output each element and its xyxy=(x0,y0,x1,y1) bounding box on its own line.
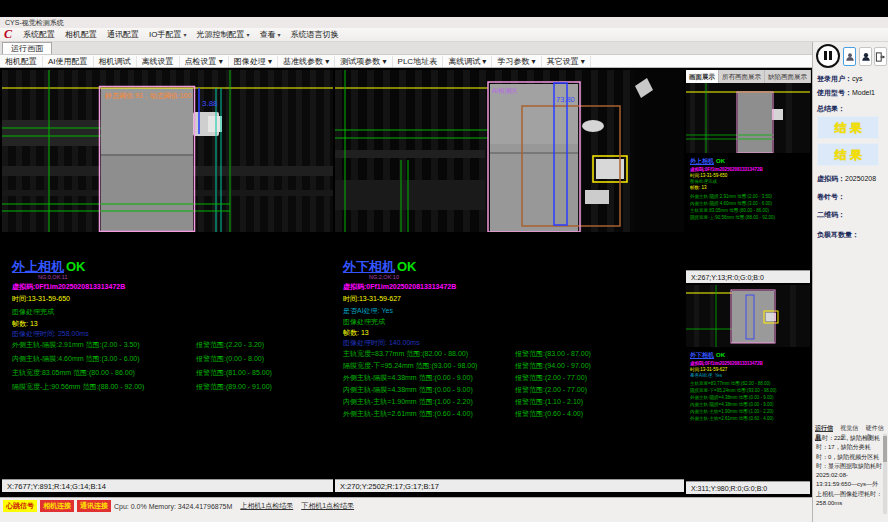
mini-measurement: 内侧主轨-主轨=1.90mm 范围:(1.00 - 2.20) xyxy=(690,409,773,414)
tool-camera-debug[interactable]: 相机调试 xyxy=(94,56,137,67)
measurement-row: 外侧主轨-主轨=2.61mm 范围:(0.60 - 4.00) 报警范围:(0.… xyxy=(343,409,663,419)
menu-item-view[interactable]: 查看▾ xyxy=(255,29,286,40)
tab-all-screens[interactable]: 所有画面展示 xyxy=(719,70,765,83)
camera-name: 外上相机 xyxy=(12,259,64,274)
admin-user-button[interactable] xyxy=(859,47,872,66)
negative-tab-count-label: 负极耳数量： xyxy=(817,230,859,240)
heartbeat-badge: 心跳信号 xyxy=(3,500,37,512)
mini-barcode: 虚拟码:0Ff1im2025020813313472B xyxy=(690,361,763,366)
camera-image-upper-outer[interactable]: 静态阈值:93，动态阈值:100 3.88 xyxy=(2,70,333,232)
display-mode-tabs: 画面展示 所有画面展示 缺陷画面展示 xyxy=(686,70,810,83)
model-row: 使用型号：Model1 xyxy=(817,88,875,98)
barcode-text: 虚拟码:0Ff1im2025020813313472B xyxy=(343,282,456,292)
measurement-row: 隔膜宽度-上:90.56mm 范围:(88.00 - 92.00) 报警范围:(… xyxy=(12,382,332,392)
barcode-text: 虚拟码:0Ff1im2025020813313472B xyxy=(12,282,125,292)
toolbar: 相机配置 AI使用配置 相机调试 离线设置 点检设置 ▾ 图像处理 ▾ 基准线参… xyxy=(0,54,812,68)
tool-test-item-params[interactable]: 测试项参数 ▾ xyxy=(335,56,392,67)
mini-measurement: 隔膜宽度-下=95.24mm 范围:(93.00 - 98.00) xyxy=(690,388,776,393)
tool-offline-debug[interactable]: 离线调试 ▾ xyxy=(443,56,492,67)
result-ok-badge: OK xyxy=(397,259,417,274)
statusbar: 心跳信号 相机连接 通讯连接 Cpu: 0.0% Memory: 3424.41… xyxy=(0,497,812,522)
mini-camera-image[interactable] xyxy=(686,285,810,347)
tool-baseline-params[interactable]: 基准线参数 ▾ xyxy=(278,56,335,67)
virtual-code-row: 虚拟码：20250208 xyxy=(817,174,876,184)
tool-camera-config[interactable]: 相机配置 xyxy=(0,56,43,67)
mini-frame: 帧数: 13 xyxy=(690,185,707,190)
mini-time: 时间:13-31-59-650 xyxy=(690,173,727,178)
mini-done: 图像处理完成 xyxy=(690,179,717,184)
menu-item-light-config[interactable]: 光源控制配置▾ xyxy=(191,29,254,40)
tool-other-settings[interactable]: 其它设置 ▾ xyxy=(542,56,591,67)
mini-measurement: 隔膜宽度-上:90.56mm 范围:(88.00 - 92.00) xyxy=(690,215,775,220)
menu-item-io-config[interactable]: IO手配置▾ xyxy=(144,29,191,40)
info-scrollbar[interactable] xyxy=(883,434,887,514)
coordinate-bar: X:7677;Y:891;R:14;G:14;B:14 xyxy=(2,479,333,492)
menu-item-language-switch[interactable]: 系统语言切换 xyxy=(286,29,344,40)
result-box-upper: 结 果 xyxy=(817,116,879,139)
measurement-row: 外侧主轨-隔膜:2.91mm 范围:(2.00 - 3.50) 报警范围:(2.… xyxy=(12,340,332,350)
ng-ok-counter: NG:0,OK:11 xyxy=(38,274,68,280)
tab-screen-display[interactable]: 画面展示 xyxy=(686,70,719,83)
mini-measurement: 外侧主轨-隔膜:2.91mm 范围:(2.00 - 3.50) xyxy=(690,194,772,199)
exit-button[interactable] xyxy=(874,47,887,66)
time-text: 时间:13-31-59-650 xyxy=(12,294,70,304)
window-title: CYS-视觉检测系统 xyxy=(5,19,64,26)
coordinate-bar: X:270;Y:2502;R:17;G:17;B:17 xyxy=(335,479,684,492)
app-logo-icon: C xyxy=(4,27,12,42)
window-titlebar: CYS-视觉检测系统 xyxy=(0,17,888,28)
mini-barcode: 虚拟码:0Ff1im2025020813313472B xyxy=(690,167,763,172)
dropdown-arrow-icon: ▾ xyxy=(183,32,186,38)
user-login-button[interactable] xyxy=(843,47,856,66)
tool-ai-use-config[interactable]: AI使用配置 xyxy=(43,56,94,67)
menu-item-camera-config[interactable]: 相机配置 xyxy=(60,29,102,40)
tabstrip: 运行画面 xyxy=(0,42,812,54)
tab-defect-screens[interactable]: 缺陷画面展示 xyxy=(765,70,811,83)
comm-connection-badge: 通讯连接 xyxy=(77,500,111,512)
measurement-row: 隔膜宽度-下=95.24mm 范围:(93.00 - 98.00) 报警范围:(… xyxy=(343,361,663,371)
mini-camera-result-title: 外上相机OK xyxy=(690,157,725,166)
mini-measurement: 主轨宽度=83.77mm 范围:(82.00 - 88.00) xyxy=(690,381,770,386)
tool-learning-params[interactable]: 学习参数 ▾ xyxy=(492,56,541,67)
blue-measure-overlay: 73.80 xyxy=(556,95,575,104)
lower-camera-check-link[interactable]: 下相机1点检结果 xyxy=(301,501,354,511)
camera-image-lower-outer[interactable]: AI检测区 73.80 xyxy=(335,70,684,232)
mini-camera-image[interactable] xyxy=(686,83,810,153)
virtual-code-value: 20250208 xyxy=(845,175,876,182)
time-text: 时间:13-31-59-627 xyxy=(343,294,401,304)
menubar: C 系统配置 相机配置 通讯配置 IO手配置▾ 光源控制配置▾ 查看▾ 系统语言… xyxy=(0,28,888,42)
frame-count-text: 帧数: 13 xyxy=(12,319,38,329)
tool-plc-address-table[interactable]: PLC地址表 xyxy=(393,56,444,67)
threshold-overlay-text: 静态阈值:93，动态阈值:100 xyxy=(105,92,191,100)
process-done-text: 图像处理完成 xyxy=(12,307,54,317)
menu-item-system-config[interactable]: 系统配置 xyxy=(18,29,60,40)
upper-camera-check-link[interactable]: 上相机1点检结果 xyxy=(240,501,293,511)
result-ok-badge: OK xyxy=(66,259,86,274)
mini-view-lower-outer: 外下相机OK 虚拟码:0Ff1im2025020813313472B 时间:13… xyxy=(686,285,810,494)
measurement-row: 内侧主轨-隔膜:4.60mm 范围:(3.00 - 6.00) 报警范围:(0.… xyxy=(12,354,332,364)
exit-door-icon xyxy=(875,51,886,63)
menu-item-comm-config[interactable]: 通讯配置 xyxy=(102,29,144,40)
tool-offline-settings[interactable]: 离线设置 xyxy=(137,56,180,67)
ai-processed-text: 是否AI处理: Yes xyxy=(343,306,393,316)
process-time-text: 图像处理时间: 140.00ms xyxy=(343,338,420,348)
needle-number-label: 卷针号： xyxy=(817,192,845,202)
tool-image-processing[interactable]: 图像处理 ▾ xyxy=(229,56,278,67)
model-value: Model1 xyxy=(852,89,875,96)
tool-spot-check-settings[interactable]: 点检设置 ▾ xyxy=(180,56,229,67)
pause-button[interactable] xyxy=(816,44,840,68)
mini-measurement: 主轨宽度:83.05mm 范围:(80.00 - 86.00) xyxy=(690,208,769,213)
ng-ok-counter: NG:2,OK:10 xyxy=(369,274,399,280)
mini-measurement: 内侧主轨-隔膜=4.38mm 范围:(0.00 - 9.00) xyxy=(690,402,773,407)
process-time-text: 图像处理时间: 258.00ms xyxy=(12,329,89,339)
mini-measurement: 外侧主轨-主轨=2.61mm 范围:(0.60 - 4.00) xyxy=(690,416,773,421)
tab-run-screen[interactable]: 运行画面 xyxy=(2,42,52,54)
cpu-memory-text: Cpu: 0.0% Memory: 3424.41796875M xyxy=(114,503,232,510)
total-result-label: 总结果： xyxy=(817,104,845,114)
person-icon xyxy=(845,51,855,63)
qrcode-label: 二维码： xyxy=(817,210,845,220)
camera-view-upper-outer: 静态阈值:93，动态阈值:100 3.88 外上相机OK NG:0,OK:11 … xyxy=(2,70,333,492)
frame-count-text: 帧数: 13 xyxy=(343,328,369,338)
measurement-row: 主轨宽度=83.77mm 范围:(82.00 - 88.00) 报警范围:(83… xyxy=(343,349,663,359)
result-box-lower: 结 果 xyxy=(817,143,879,166)
run-info-text: 耗时：222，缺陷检测耗时：17，缺陷分类耗时：0，缺陷视频分区耗时：显示图据取… xyxy=(816,434,882,508)
